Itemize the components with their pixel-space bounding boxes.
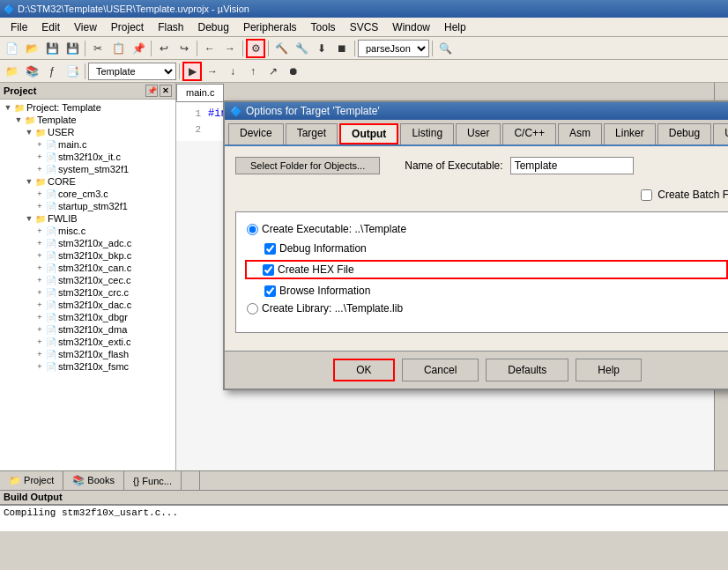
- download-button[interactable]: ⬇: [312, 39, 331, 58]
- options-target-button[interactable]: ⚙: [246, 39, 265, 58]
- books-button[interactable]: 📚: [22, 62, 41, 81]
- tree-item-project[interactable]: ▼ 📁 Project: Template: [2, 101, 174, 114]
- dialog-tab-utilities[interactable]: Utilities: [713, 123, 728, 144]
- create-library-label: Create Library: ...\Template.lib: [262, 302, 403, 315]
- dialog-tab-linker[interactable]: Linker: [604, 123, 656, 144]
- menu-file[interactable]: File: [4, 19, 34, 35]
- menu-svcs[interactable]: SVCS: [343, 19, 386, 35]
- menu-edit[interactable]: Edit: [34, 19, 67, 35]
- menu-peripherals[interactable]: Peripherals: [236, 19, 304, 35]
- list-item[interactable]: + 📄 stm32f10x_flash: [2, 348, 174, 360]
- template-button[interactable]: 📑: [63, 62, 82, 81]
- bottom-tab-func[interactable]: {} Func...: [124, 471, 182, 490]
- list-item[interactable]: + 📄 stm32f10x_cec.c: [2, 274, 174, 286]
- menu-debug[interactable]: Debug: [191, 19, 236, 35]
- dialog-tab-asm[interactable]: Asm: [558, 123, 602, 144]
- select-folder-button[interactable]: Select Folder for Objects...: [235, 157, 380, 174]
- list-item[interactable]: + 📄 stm32f10x_dbgr: [2, 311, 174, 323]
- core-folder-icon: 📁: [35, 177, 46, 187]
- redo-button[interactable]: ↪: [175, 39, 194, 58]
- browse-info-row: Browse Information: [247, 285, 728, 297]
- tree-label-cec: stm32f10x_cec.c: [58, 275, 131, 285]
- help-button[interactable]: Help: [576, 359, 642, 381]
- run-debug-button[interactable]: ▶: [182, 62, 202, 81]
- menu-tools[interactable]: Tools: [304, 19, 343, 35]
- dialog-tab-target[interactable]: Target: [286, 123, 338, 144]
- open-file-button[interactable]: 📂: [22, 39, 41, 58]
- dialog-tab-debug[interactable]: Debug: [657, 123, 711, 144]
- search-button[interactable]: 🔍: [435, 39, 455, 58]
- functions-button[interactable]: ƒ: [42, 62, 62, 81]
- build-button[interactable]: 🔨: [271, 39, 291, 58]
- debug-info-checkbox[interactable]: [264, 243, 276, 255]
- list-item[interactable]: + 📄 stm32f10x_crc.c: [2, 286, 174, 299]
- dialog-tab-user[interactable]: User: [456, 123, 501, 144]
- menu-window[interactable]: Window: [385, 19, 437, 35]
- stop-button[interactable]: ⏹: [332, 39, 352, 58]
- tree-item-user[interactable]: ▼ 📁 USER: [2, 126, 174, 138]
- menu-view[interactable]: View: [67, 19, 104, 35]
- dialog-tab-cpp[interactable]: C/C++: [502, 123, 556, 144]
- list-item[interactable]: + 📄 stm32f10x_adc.c: [2, 237, 174, 249]
- nav-fwd-button[interactable]: →: [220, 39, 240, 58]
- tab-main-c[interactable]: main.c: [176, 84, 224, 101]
- step-over-button[interactable]: →: [203, 62, 222, 81]
- tree-label-stm32it: stm32f10x_it.c: [58, 152, 121, 162]
- cancel-button[interactable]: Cancel: [402, 359, 479, 381]
- target-name-select[interactable]: Template: [88, 63, 176, 80]
- run-to-cursor-button[interactable]: ↗: [264, 62, 283, 81]
- tree-item-core-cm3[interactable]: + 📄 core_cm3.c: [2, 188, 174, 200]
- tree-label-bkp: stm32f10x_bkp.c: [58, 250, 131, 261]
- project-window-button[interactable]: 📁: [2, 62, 21, 81]
- undo-button[interactable]: ↩: [154, 39, 174, 58]
- title-bar-icon: 🔷: [4, 4, 14, 14]
- bottom-tab-books[interactable]: 📚 Books: [63, 471, 124, 490]
- tree-item-template[interactable]: ▼ 📁 Template: [2, 114, 174, 126]
- nav-back-button[interactable]: ←: [200, 39, 219, 58]
- list-item[interactable]: + 📄 stm32f10x_fsmc: [2, 360, 174, 373]
- breakpoints-button[interactable]: ⏺: [284, 62, 303, 81]
- panel-pin-button[interactable]: 📌: [145, 85, 158, 97]
- defaults-button[interactable]: Defaults: [486, 359, 568, 381]
- menu-project[interactable]: Project: [104, 19, 151, 35]
- tree-item-misc[interactable]: + 📄 misc.c: [2, 225, 174, 237]
- list-item[interactable]: + 📄 stm32f10x_dac.c: [2, 299, 174, 311]
- copy-button[interactable]: 📋: [108, 39, 128, 58]
- cut-button[interactable]: ✂: [88, 39, 108, 58]
- name-input[interactable]: [510, 157, 634, 174]
- tree-item-fwlib[interactable]: ▼ 📁 FWLIB: [2, 212, 174, 225]
- dialog-tab-device[interactable]: Device: [228, 123, 284, 144]
- list-item[interactable]: + 📄 stm32f10x_bkp.c: [2, 249, 174, 262]
- tree-item-system[interactable]: + 📄 system_stm32f1: [2, 163, 174, 175]
- step-in-button[interactable]: ↓: [223, 62, 242, 81]
- save-all-button[interactable]: 💾: [63, 39, 82, 58]
- tree-expand-startup: +: [33, 202, 46, 211]
- ok-button[interactable]: OK: [333, 359, 395, 381]
- menu-flash[interactable]: Flash: [151, 19, 190, 35]
- create-batch-checkbox[interactable]: [641, 189, 652, 201]
- rebuild-button[interactable]: 🔧: [292, 39, 311, 58]
- step-out-button[interactable]: ↑: [243, 62, 263, 81]
- tree-item-startup[interactable]: + 📄 startup_stm32f1: [2, 200, 174, 212]
- tree-item-core[interactable]: ▼ 📁 CORE: [2, 175, 174, 188]
- new-file-button[interactable]: 📄: [2, 39, 21, 58]
- panel-close-button[interactable]: ✕: [160, 85, 172, 97]
- menu-help[interactable]: Help: [437, 19, 473, 35]
- dialog-tab-listing[interactable]: Listing: [400, 123, 454, 144]
- list-item[interactable]: + 📄 stm32f10x_can.c: [2, 262, 174, 274]
- target-select[interactable]: parseJson: [358, 40, 429, 57]
- paste-button[interactable]: 📌: [129, 39, 148, 58]
- create-hex-checkbox[interactable]: [263, 264, 274, 276]
- create-executable-radio[interactable]: [247, 224, 258, 235]
- bottom-tab-extra[interactable]: [182, 471, 200, 490]
- bottom-tab-project[interactable]: 📁 Project: [0, 471, 63, 490]
- browse-info-checkbox[interactable]: [264, 285, 276, 297]
- tree-item-main[interactable]: + 📄 main.c: [2, 138, 174, 151]
- dialog-tab-output[interactable]: Output: [339, 123, 398, 144]
- create-library-row: Create Library: ...\Template.lib: [247, 302, 728, 315]
- list-item[interactable]: + 📄 stm32f10x_dma: [2, 323, 174, 336]
- create-library-radio[interactable]: [247, 303, 258, 315]
- tree-item-stm32it[interactable]: + 📄 stm32f10x_it.c: [2, 151, 174, 163]
- save-button[interactable]: 💾: [42, 39, 62, 58]
- list-item[interactable]: + 📄 stm32f10x_exti.c: [2, 336, 174, 348]
